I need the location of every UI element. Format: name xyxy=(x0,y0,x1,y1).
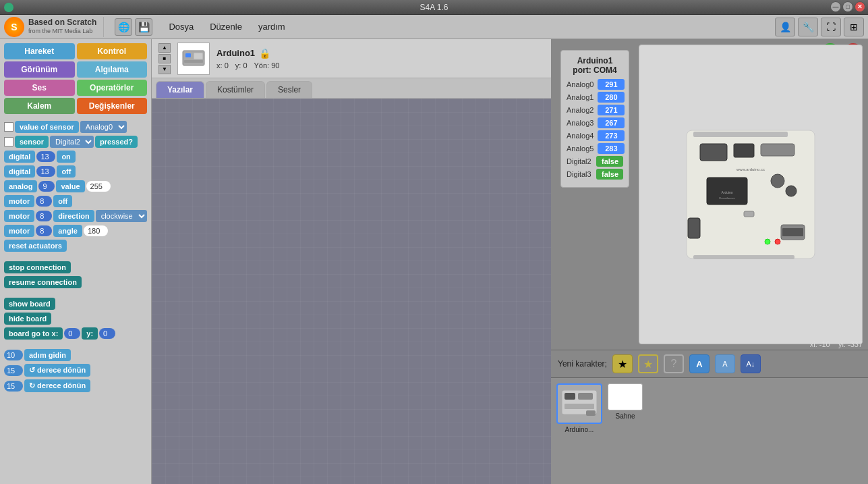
block-value-label[interactable]: value xyxy=(56,180,84,192)
menu-icons: 🌐 💾 xyxy=(115,18,152,36)
block-digital-on-label[interactable]: digital xyxy=(4,151,35,163)
menu-dosya[interactable]: Dosya xyxy=(166,20,196,33)
block-show-board-label[interactable]: show board xyxy=(4,298,55,310)
sprite-nav-home[interactable]: ■ xyxy=(158,54,171,63)
sensor-row-analog5: Analog5 283 xyxy=(567,143,623,154)
arduino-panel-title: Arduino1 port: COM4 xyxy=(567,56,623,75)
block-motor-off-word[interactable]: off xyxy=(53,195,72,207)
char-btn-a2[interactable]: A xyxy=(715,354,735,373)
motor-dir-num[interactable] xyxy=(36,211,52,221)
sprite-lock-icon[interactable]: 🔒 xyxy=(259,48,270,59)
category-algilama[interactable]: Algılama xyxy=(77,61,148,78)
adim-val[interactable] xyxy=(4,350,23,360)
block-motor-off-label[interactable]: motor xyxy=(4,195,34,207)
right-panel: ▶ ■ Arduino1 port: COM4 Analog0 291 xyxy=(551,39,868,484)
block-pressed-label[interactable]: pressed? xyxy=(95,136,138,148)
block-board-goto-y-label[interactable]: y: xyxy=(82,327,98,340)
derece-val-2[interactable] xyxy=(4,381,23,392)
derece-val-1[interactable] xyxy=(4,365,23,376)
category-ses[interactable]: Ses xyxy=(4,80,75,96)
category-gorunum[interactable]: Görünüm xyxy=(4,61,75,78)
disk-icon-button[interactable]: 💾 xyxy=(135,18,152,36)
analog2-value: 271 xyxy=(598,105,625,115)
digital-off-pin[interactable] xyxy=(36,166,55,177)
block-adim-label[interactable]: adım gidin xyxy=(24,349,71,361)
tab-sesler[interactable]: Sesler xyxy=(266,81,312,98)
digital2-label: Digital2 xyxy=(567,157,592,165)
motor-angle-num[interactable] xyxy=(36,225,52,236)
menu-yardim[interactable]: yardım xyxy=(256,20,288,33)
category-kontrol[interactable]: Kontrol xyxy=(77,43,148,59)
tab-yazilar[interactable]: Yazılar xyxy=(156,81,204,98)
angle-value[interactable] xyxy=(84,225,108,236)
char-btn-a3[interactable]: A↓ xyxy=(741,354,761,373)
person-icon-button[interactable]: 👤 xyxy=(775,18,795,36)
block-value-of-sensor-label[interactable]: value of sensor xyxy=(15,121,79,133)
category-hareket[interactable]: Hareket xyxy=(4,43,75,59)
sprite-card-sahne-thumb[interactable] xyxy=(608,383,643,410)
sprite-nav-down[interactable]: ▼ xyxy=(158,65,171,74)
globe-icon-button[interactable]: 🌐 xyxy=(115,18,132,36)
sensor-select-analog[interactable]: Analog0 Analog1 xyxy=(80,121,127,133)
sprite-nav-up[interactable]: ▲ xyxy=(158,43,171,53)
sensor-select-digital[interactable]: Digital2 xyxy=(50,136,94,148)
close-button[interactable]: ✕ xyxy=(855,1,865,12)
block-angle-label[interactable]: angle xyxy=(53,225,82,237)
left-panel: Hareket Kontrol Görünüm Algılama Ses Ope… xyxy=(0,39,152,484)
minimize-button[interactable]: — xyxy=(830,1,841,12)
block-motor-direction-label[interactable]: motor xyxy=(4,210,34,222)
block-direction-label[interactable]: direction xyxy=(53,210,94,222)
category-degiskenler[interactable]: Değişkenler xyxy=(77,98,148,114)
svg-rect-20 xyxy=(693,255,794,259)
digital-on-pin[interactable] xyxy=(36,151,55,162)
category-operatorler[interactable]: Operatörler xyxy=(77,80,148,96)
analog-value[interactable] xyxy=(86,181,111,192)
block-off-label[interactable]: off xyxy=(57,165,76,178)
block-analog-label[interactable]: analog xyxy=(4,180,37,192)
sprite-card-arduino-thumb[interactable] xyxy=(556,383,602,424)
block-derece-label-2[interactable]: ↻ derece dönün xyxy=(24,379,90,392)
coord-x-label: xi: xyxy=(810,340,819,348)
block-on-label[interactable]: on xyxy=(57,151,75,163)
star-filled-button[interactable]: ★ xyxy=(612,354,633,373)
script-area[interactable] xyxy=(152,99,551,484)
menu-duzenle[interactable]: Düzenle xyxy=(207,20,245,33)
block-motor-angle-label[interactable]: motor xyxy=(4,225,34,237)
block-resume-connection-label[interactable]: resume connection xyxy=(4,276,82,288)
block-hide-board-label[interactable]: hide board xyxy=(4,313,51,325)
analog4-value: 273 xyxy=(598,130,625,141)
grid-icon-button[interactable]: ⊞ xyxy=(844,18,864,36)
star-outline-button[interactable]: ★ xyxy=(638,354,658,373)
board-x-val[interactable] xyxy=(64,328,80,339)
fullscreen-icon-button[interactable]: ⛶ xyxy=(821,18,841,36)
block-sensor-label[interactable]: sensor xyxy=(15,136,49,148)
direction-select[interactable]: clockwise xyxy=(96,210,147,222)
block-derece-donun-2: ↻ derece dönün xyxy=(4,379,147,392)
spacer-3 xyxy=(4,342,147,346)
svg-point-16 xyxy=(786,186,797,196)
block-reset-label[interactable]: reset actuators xyxy=(4,240,67,252)
arduino-board-svg: Arduino Duemilanove xyxy=(680,124,821,265)
question-button[interactable]: ? xyxy=(664,354,684,373)
block-digital-off-label[interactable]: digital xyxy=(4,165,35,178)
board-y-val[interactable] xyxy=(99,328,115,339)
arduino-monitor-panel: Arduino1 port: COM4 Analog0 291 Analog1 … xyxy=(560,50,629,188)
category-kalem[interactable]: Kalem xyxy=(4,98,75,114)
block-motor-off: motor off xyxy=(4,195,147,207)
sensor-checkbox[interactable] xyxy=(4,122,13,132)
sprite-card-sahne: Sahne xyxy=(608,383,643,420)
maximize-button[interactable]: □ xyxy=(842,1,853,12)
motor-off-num[interactable] xyxy=(36,196,52,207)
menu-bar: S Based on Scratch from the MIT Media La… xyxy=(0,15,868,39)
analog-pin[interactable] xyxy=(38,181,55,192)
block-derece-label-1[interactable]: ↺ derece dönün xyxy=(24,364,90,377)
wrench-icon-button[interactable]: 🔧 xyxy=(798,18,818,36)
logo-text: Based on Scratch from the MIT Media Lab xyxy=(28,18,96,36)
block-stop-connection-label[interactable]: stop connection xyxy=(4,261,71,273)
sensor-row-digital2: Digital2 false xyxy=(567,156,623,167)
analog1-value: 280 xyxy=(598,92,625,103)
tab-kostumler[interactable]: Kostümler xyxy=(206,81,265,98)
sensor-pressed-checkbox[interactable] xyxy=(4,137,13,146)
block-board-goto-label[interactable]: board go to x: xyxy=(4,327,63,340)
char-btn-a1[interactable]: A xyxy=(689,354,710,373)
